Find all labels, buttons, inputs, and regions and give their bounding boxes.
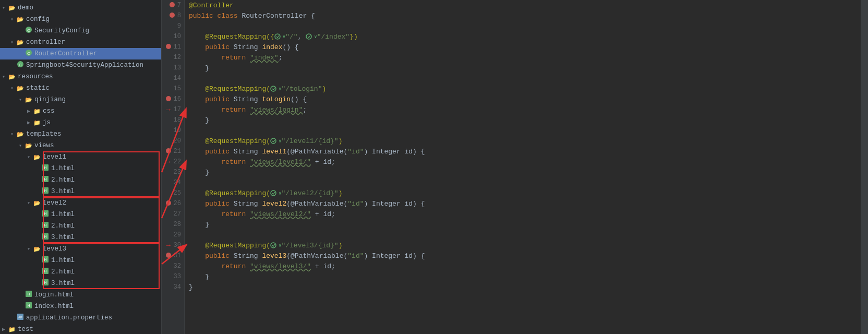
sidebar-item-level3-2[interactable]: H2.html — [0, 266, 161, 278]
line-number-row: →17 — [162, 104, 184, 115]
sidebar-item-label: level1 — [43, 153, 66, 161]
code-token: return — [189, 158, 250, 166]
code-line: @RequestMapping(∨"/level1/{id}") — [189, 136, 861, 146]
code-token: public — [205, 96, 234, 103]
sidebar-item-config[interactable]: ▾📂config — [0, 14, 161, 25]
sidebar-item-resources[interactable]: ▾📂resources — [0, 71, 161, 82]
line-number-row: 25 — [162, 188, 184, 198]
code-line: public String toLogin() { — [189, 94, 861, 104]
sidebar-item-level2[interactable]: ▾📂level2 — [0, 197, 161, 209]
sidebar-item-index.html[interactable]: Hindex.html — [0, 301, 161, 312]
gutter-icon — [165, 148, 172, 156]
sidebar-item-label: 2.html — [51, 222, 75, 230]
sidebar-item-js[interactable]: ▶📁js — [0, 117, 161, 128]
line-num-text: 15 — [174, 85, 181, 92]
html-icon: H — [42, 256, 49, 265]
code-token: public — [205, 148, 234, 156]
sidebar-item-SecurityConfig[interactable]: CSecurityConfig — [0, 25, 161, 37]
code-token: + id; — [311, 210, 335, 218]
sidebar-item-level3-3[interactable]: H3.html — [0, 278, 161, 289]
sidebar-item-label: 1.html — [51, 257, 75, 264]
line-num-text: 33 — [174, 273, 181, 280]
code-token: public — [205, 43, 234, 51]
sidebar-item-RouterController[interactable]: CRouterController — [0, 48, 161, 59]
line-num-text: 27 — [174, 210, 181, 218]
sidebar-item-css[interactable]: ▶📁css — [0, 105, 161, 117]
sidebar-item-level1[interactable]: ▾📂level1 — [0, 151, 161, 163]
html-icon: H — [25, 290, 32, 300]
line-number-row: →30 — [162, 240, 184, 250]
line-num-text: 31 — [174, 252, 181, 259]
sidebar-item-level3[interactable]: ▾📂level3 — [0, 243, 161, 255]
tree-arrow: ▶ — [2, 326, 8, 332]
sidebar-item-qinjiang[interactable]: ▾📂qinjiang — [0, 94, 161, 105]
code-line: @RequestMapping(∨"/level3/{id}") — [189, 240, 861, 250]
folder-icon: 📂 — [33, 154, 41, 161]
scrollbar[interactable] — [861, 0, 868, 334]
code-token: + id; — [311, 158, 335, 166]
code-token: "/index" — [317, 33, 349, 41]
svg-text:H: H — [44, 258, 46, 261]
code-token: @RequestMapping( — [189, 137, 270, 145]
sidebar-item-views[interactable]: ▾📂views — [0, 140, 161, 151]
sidebar-item-level1-1[interactable]: H1.html — [0, 163, 161, 174]
code-token: "id" — [347, 252, 364, 260]
sidebar-item-label: level3 — [43, 245, 66, 253]
sidebar-tree: ▾📂demo▾📂configCSecurityConfig▾📂controlle… — [0, 2, 161, 334]
tree-arrow: ▾ — [10, 131, 17, 137]
code-token: () { — [291, 96, 307, 103]
sidebar-item-test[interactable]: ▶📁test — [0, 324, 161, 334]
svg-text:H: H — [44, 223, 46, 227]
sidebar-item-label: RouterController — [34, 50, 97, 57]
code-token: return — [189, 106, 250, 114]
code-token: }) — [349, 33, 358, 41]
svg-text:C: C — [27, 28, 30, 33]
tree-arrow: ▶ — [27, 120, 33, 126]
line-number-row: 21 — [162, 146, 184, 157]
tree-arrow: ▾ — [10, 85, 17, 91]
sidebar-item-level2-1[interactable]: H1.html — [0, 209, 161, 220]
code-token: "views/level3/" — [250, 263, 311, 270]
line-number-row: 24 — [162, 177, 184, 188]
sidebar-item-label: controller — [26, 39, 65, 46]
sidebar-item-level3-1[interactable]: H1.html — [0, 255, 161, 266]
sidebar-item-application.properties[interactable]: APapplication.properties — [0, 312, 161, 324]
svg-text:H: H — [44, 189, 46, 193]
code-token: ) — [322, 85, 326, 93]
sidebar-item-templates[interactable]: ▾📂templates — [0, 128, 161, 140]
code-token: } — [189, 273, 209, 281]
gutter-icon: → — [165, 241, 172, 249]
code-token: level3 — [262, 252, 286, 260]
html-icon: H — [42, 187, 49, 196]
html-icon: H — [42, 221, 49, 231]
code-token: () { — [282, 43, 298, 51]
sidebar-item-label: level2 — [43, 199, 66, 207]
line-number-row: 19 — [162, 125, 184, 136]
sidebar-item-level2-3[interactable]: H3.html — [0, 232, 161, 243]
code-line: return "views/level2/" + id; — [189, 209, 861, 219]
svg-point-41 — [275, 34, 280, 39]
sidebar-item-level2-2[interactable]: H2.html — [0, 220, 161, 232]
sidebar-item-controller[interactable]: ▾📂controller — [0, 37, 161, 48]
sidebar-item-login.html[interactable]: Hlogin.html — [0, 289, 161, 301]
sidebar-item-demo[interactable]: ▾📂demo — [0, 2, 161, 14]
line-num-text: 22 — [174, 158, 181, 165]
sidebar-item-label: 1.html — [51, 211, 75, 218]
code-line: @RequestMapping(∨"/level2/{id}") — [189, 188, 861, 198]
html-icon: H — [42, 267, 49, 277]
sidebar-item-static[interactable]: ▾📂static — [0, 82, 161, 94]
code-token: String — [234, 96, 262, 103]
sidebar-item-Springboot4SecurityApplication[interactable]: CSpringboot4SecurityApplication — [0, 59, 161, 71]
line-number-row: 10 — [162, 31, 184, 42]
code-token — [189, 200, 205, 208]
sidebar-item-label: 1.html — [51, 165, 75, 172]
line-num-text: 12 — [174, 54, 181, 61]
code-line: } — [189, 271, 861, 282]
code-lines: @Controllerpublic class RouterController… — [185, 0, 861, 334]
html-icon: H — [25, 302, 32, 311]
html-icon: H — [42, 175, 49, 185]
java-icon: C — [25, 26, 32, 35]
sidebar-item-level1-3[interactable]: H3.html — [0, 186, 161, 197]
svg-point-42 — [306, 34, 311, 39]
sidebar-item-level1-2[interactable]: H2.html — [0, 174, 161, 186]
